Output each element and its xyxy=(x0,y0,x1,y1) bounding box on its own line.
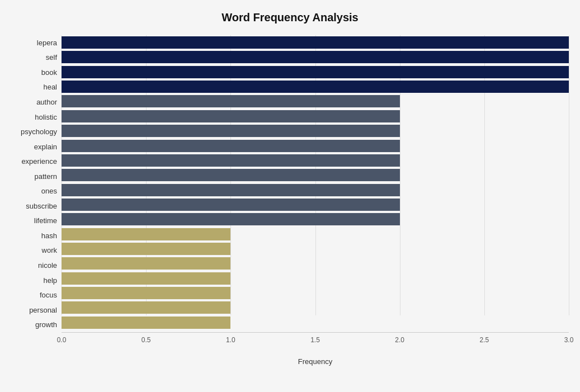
y-label: help xyxy=(43,273,57,288)
bar-row xyxy=(62,271,569,286)
y-labels: leperaselfbookhealauthorholisticpsycholo… xyxy=(11,35,62,349)
bar xyxy=(62,51,569,63)
bar xyxy=(62,154,400,167)
x-tick: 0.5 xyxy=(142,336,151,344)
bar-row xyxy=(62,256,569,271)
bar-row xyxy=(62,242,569,256)
x-tick: 2.5 xyxy=(479,336,489,344)
bar-row xyxy=(62,183,569,197)
bar xyxy=(62,140,400,152)
y-label: heal xyxy=(43,80,57,95)
bar xyxy=(62,199,400,211)
bar-row xyxy=(62,109,569,124)
y-label: experience xyxy=(21,154,57,169)
x-tick: 2.0 xyxy=(395,336,404,344)
y-label: holistic xyxy=(35,110,57,125)
bar xyxy=(62,228,230,240)
bar xyxy=(62,36,569,49)
x-tick: 1.0 xyxy=(226,336,235,344)
bar xyxy=(62,169,400,181)
y-label: personal xyxy=(29,303,57,318)
bar-row xyxy=(62,153,569,168)
bar-row xyxy=(62,300,569,315)
bar-row xyxy=(62,124,569,138)
y-label: hash xyxy=(41,228,57,243)
bar xyxy=(62,66,569,78)
y-label: work xyxy=(42,243,57,258)
bar xyxy=(62,81,569,93)
y-label: lepera xyxy=(37,35,57,50)
bar-row xyxy=(62,286,569,300)
y-label: focus xyxy=(40,287,57,303)
bar-row xyxy=(62,94,569,108)
bar xyxy=(62,257,230,270)
bar-row xyxy=(62,227,569,242)
y-label: explain xyxy=(34,139,57,154)
y-label: lifetime xyxy=(34,214,57,229)
bar-row xyxy=(62,315,569,330)
bar xyxy=(62,317,230,329)
y-label: psychology xyxy=(21,124,57,139)
chart-container: Word Frequency Analysis leperaselfbookhe… xyxy=(0,0,580,392)
bars-and-axes: Frequency 0.00.51.01.52.02.53.0 xyxy=(62,35,569,349)
y-label: pattern xyxy=(35,169,57,184)
bar-row xyxy=(62,50,569,64)
chart-area: leperaselfbookhealauthorholisticpsycholo… xyxy=(11,35,569,349)
x-tick: 0.0 xyxy=(57,336,67,344)
chart-title: Word Frequency Analysis xyxy=(11,11,569,24)
bar-row xyxy=(62,197,569,212)
bar xyxy=(62,243,230,255)
bar-row xyxy=(62,35,569,50)
bar-row xyxy=(62,79,569,94)
x-axis: Frequency 0.00.51.01.52.02.53.0 xyxy=(62,332,569,349)
bar xyxy=(62,213,400,225)
y-label: book xyxy=(41,65,57,80)
bar-row xyxy=(62,212,569,226)
y-label: nicole xyxy=(38,258,57,273)
bar-row xyxy=(62,65,569,79)
x-tick: 1.5 xyxy=(310,336,320,344)
bar xyxy=(62,110,400,122)
bar xyxy=(62,301,230,314)
y-label: ones xyxy=(41,183,57,199)
bar xyxy=(62,272,230,285)
y-label: growth xyxy=(35,317,57,332)
bar xyxy=(62,95,400,107)
y-label: author xyxy=(36,95,57,110)
x-tick: 3.0 xyxy=(564,336,574,344)
y-label: self xyxy=(46,50,57,65)
bar-row xyxy=(62,139,569,153)
x-axis-label: Frequency xyxy=(62,357,569,366)
bar xyxy=(62,125,400,137)
bar xyxy=(62,184,400,196)
y-label: subscribe xyxy=(26,199,57,214)
bar xyxy=(62,287,230,299)
grid-line xyxy=(569,35,569,315)
bar-row xyxy=(62,168,569,182)
bars-section xyxy=(62,35,569,332)
